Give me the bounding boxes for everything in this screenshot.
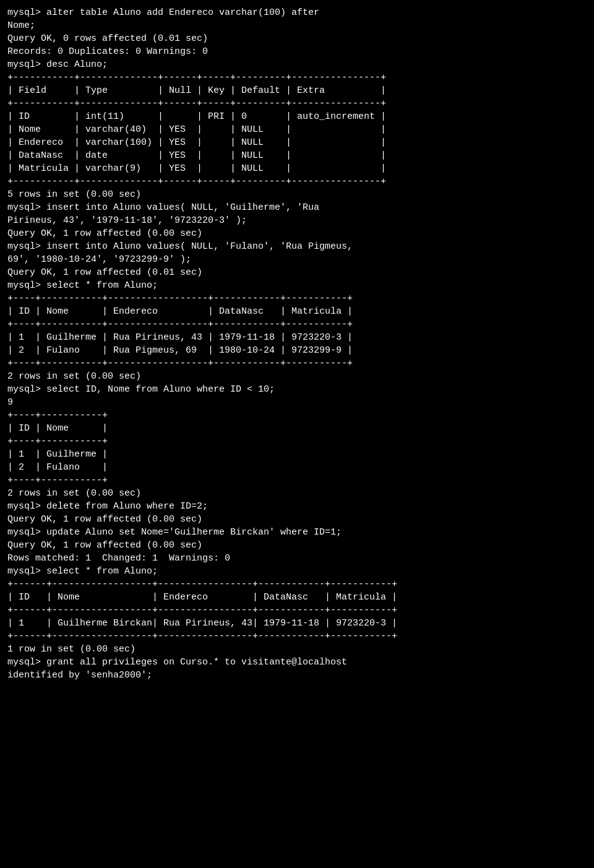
terminal-output: mysql> alter table Aluno add Endereco va… [7, 6, 587, 682]
